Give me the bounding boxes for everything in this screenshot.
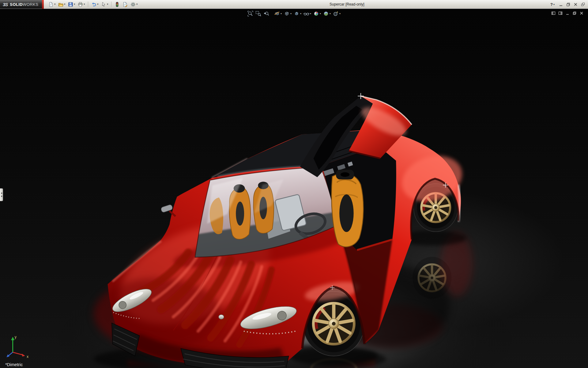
pane-right-icon bbox=[558, 11, 563, 15]
window-layout-icon bbox=[581, 2, 585, 6]
edit-appearance-button[interactable]: ▾ bbox=[313, 10, 322, 17]
open-button[interactable]: ▾ bbox=[57, 1, 66, 8]
logo-accent bbox=[42, 0, 44, 9]
previous-view-button[interactable] bbox=[263, 10, 270, 17]
section-view-dropdown[interactable]: ▾ bbox=[281, 13, 282, 15]
dassault-3ds-logo-icon: 3S bbox=[3, 2, 8, 7]
pane-left-button[interactable] bbox=[551, 11, 556, 15]
undo-icon bbox=[91, 2, 96, 7]
hide-show-dropdown[interactable]: ▾ bbox=[310, 13, 311, 15]
driver-seat bbox=[331, 170, 363, 247]
close-icon bbox=[574, 2, 578, 6]
zoom-to-fit-icon bbox=[247, 11, 253, 17]
display-style-dropdown[interactable]: ▾ bbox=[300, 13, 301, 15]
options-gear-icon bbox=[130, 2, 136, 7]
section-view-icon bbox=[274, 11, 280, 17]
document-window-controls bbox=[551, 11, 584, 15]
apply-scene-button[interactable]: ▾ bbox=[322, 10, 331, 17]
collapse-arrow-icon bbox=[1, 195, 2, 197]
view-settings-dropdown[interactable]: ▾ bbox=[339, 13, 341, 15]
edit-appearance-icon bbox=[313, 11, 319, 17]
view-orientation-dropdown[interactable]: ▾ bbox=[290, 13, 292, 15]
apply-scene-icon bbox=[323, 11, 329, 17]
triad-x-label: x bbox=[27, 355, 28, 359]
collapse-arrow-icon bbox=[1, 192, 2, 194]
minimize-icon bbox=[559, 2, 563, 6]
zoom-to-fit-button[interactable] bbox=[247, 10, 254, 17]
file-properties-icon bbox=[123, 2, 128, 7]
main-toolbar: ▾ ▾ ▾ ▾ ▾ ▾ ▾ bbox=[47, 1, 138, 8]
select-dropdown[interactable]: ▾ bbox=[107, 3, 108, 6]
open-folder-icon bbox=[58, 2, 63, 7]
brand-wordmark: SOLIDWORKS bbox=[10, 2, 38, 7]
car-render: x y *Dimetric bbox=[0, 9, 588, 368]
minimize-button[interactable] bbox=[559, 2, 563, 6]
rebuild-button[interactable] bbox=[114, 1, 121, 8]
close-button[interactable] bbox=[574, 2, 578, 6]
previous-view-icon bbox=[263, 11, 269, 17]
help-button[interactable]: ? ▾ bbox=[549, 1, 556, 8]
new-document-icon bbox=[48, 2, 54, 7]
save-icon bbox=[68, 2, 73, 7]
apply-scene-dropdown[interactable]: ▾ bbox=[330, 13, 331, 15]
document-restore-button[interactable] bbox=[572, 11, 577, 15]
print-button[interactable]: ▾ bbox=[77, 1, 86, 8]
save-button[interactable]: ▾ bbox=[67, 1, 76, 8]
window-controls: ? ▾ bbox=[549, 0, 585, 9]
x-axis-arrow bbox=[22, 354, 25, 356]
zoom-to-area-icon bbox=[255, 11, 261, 17]
restore-button[interactable] bbox=[566, 2, 570, 6]
new-dropdown[interactable]: ▾ bbox=[54, 3, 55, 6]
view-orientation-label: *Dimetric bbox=[5, 362, 23, 367]
document-restore-icon bbox=[572, 11, 577, 15]
graphics-area[interactable]: x y *Dimetric ▾ ▾ ▾ ▾ bbox=[0, 9, 588, 368]
document-minimize-icon bbox=[565, 11, 570, 15]
rebuild-stoplight-icon bbox=[115, 2, 120, 7]
display-style-icon bbox=[294, 11, 300, 17]
headsup-view-toolbar: ▾ ▾ ▾ ▾ ▾ ▾ ▾ bbox=[247, 10, 341, 17]
section-view-button[interactable]: ▾ bbox=[273, 10, 282, 17]
y-axis-arrow bbox=[11, 337, 14, 340]
new-document-button[interactable]: ▾ bbox=[47, 1, 56, 8]
edit-appearance-dropdown[interactable]: ▾ bbox=[320, 13, 321, 15]
triad-y-label: y bbox=[15, 335, 17, 339]
view-orientation-cube-icon bbox=[284, 11, 290, 17]
hood-badge bbox=[219, 315, 224, 319]
document-close-button[interactable] bbox=[579, 11, 584, 15]
toolbar-separator bbox=[111, 2, 111, 7]
options-dropdown[interactable]: ▾ bbox=[136, 3, 138, 6]
reference-triad: x y bbox=[6, 335, 28, 359]
undo-button[interactable]: ▾ bbox=[90, 1, 99, 8]
zoom-to-area-button[interactable] bbox=[255, 10, 262, 17]
document-title: Supercar [Read-only] bbox=[330, 2, 364, 6]
help-dropdown[interactable]: ▾ bbox=[553, 3, 555, 6]
document-minimize-button[interactable] bbox=[565, 11, 570, 15]
hide-show-items-button[interactable]: ▾ bbox=[303, 10, 312, 17]
titlebar: 3S SOLIDWORKS ▾ ▾ ▾ ▾ ▾ ▾ bbox=[0, 0, 588, 9]
display-style-button[interactable]: ▾ bbox=[293, 10, 302, 17]
document-close-icon bbox=[579, 11, 584, 15]
view-settings-icon bbox=[333, 11, 339, 17]
undo-dropdown[interactable]: ▾ bbox=[97, 3, 98, 6]
view-settings-button[interactable]: ▾ bbox=[332, 10, 341, 17]
window-layout-button[interactable] bbox=[581, 2, 585, 6]
save-dropdown[interactable]: ▾ bbox=[74, 3, 75, 6]
pane-right-button[interactable] bbox=[558, 11, 563, 15]
options-button[interactable]: ▾ bbox=[130, 1, 138, 8]
featuremanager-expand-tab[interactable] bbox=[0, 188, 3, 201]
pane-left-icon bbox=[551, 11, 556, 15]
open-dropdown[interactable]: ▾ bbox=[64, 3, 65, 6]
select-button[interactable]: ▾ bbox=[100, 1, 109, 8]
toolbar-separator bbox=[88, 2, 88, 7]
print-dropdown[interactable]: ▾ bbox=[84, 3, 85, 6]
view-orientation-button[interactable]: ▾ bbox=[283, 10, 292, 17]
restore-icon bbox=[566, 2, 570, 6]
print-icon bbox=[78, 2, 83, 7]
help-icon: ? bbox=[550, 2, 553, 7]
solidworks-logo: 3S SOLIDWORKS bbox=[0, 0, 42, 9]
hide-show-glasses-icon bbox=[303, 11, 309, 17]
select-cursor-icon bbox=[101, 2, 106, 7]
file-properties-button[interactable] bbox=[122, 1, 129, 8]
